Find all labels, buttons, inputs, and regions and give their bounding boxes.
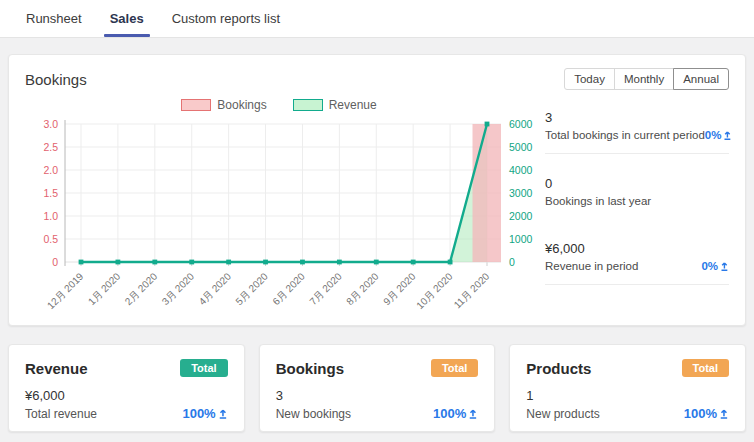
trend-up-icon [467, 408, 478, 419]
svg-text:8月 2020: 8月 2020 [344, 270, 381, 307]
today-button[interactable]: Today [564, 68, 615, 90]
svg-text:2月 2020: 2月 2020 [123, 270, 160, 307]
bookings-title: Bookings [25, 71, 87, 88]
svg-text:12月 2019: 12月 2019 [45, 270, 86, 311]
products-card: Products Total 1 New products 100% [509, 344, 746, 432]
total-badge: Total [431, 359, 478, 377]
svg-text:0.5: 0.5 [43, 233, 58, 245]
bookings-chart: 00.51.01.52.02.53.0010002000300040005000… [23, 114, 535, 316]
stat-value: 0 [545, 176, 729, 191]
card-label: New products [526, 407, 599, 421]
svg-text:3000: 3000 [509, 187, 533, 199]
card-change: 100% [433, 406, 478, 421]
stat-label: Bookings in last year [545, 195, 651, 207]
legend-label: Bookings [217, 98, 266, 112]
card-value: 1 [526, 388, 729, 403]
stats-panel: 3 Total bookings in current period 0% 0 [535, 94, 731, 319]
card-value: 3 [276, 388, 479, 403]
stat-value: ¥6,000 [545, 241, 729, 256]
svg-text:2.0: 2.0 [43, 164, 58, 176]
legend-label: Revenue [329, 98, 377, 112]
svg-text:11月 2020: 11月 2020 [452, 270, 492, 310]
stat-change: 0% [701, 260, 729, 272]
svg-text:0: 0 [52, 256, 58, 268]
bookings-panel-header: Bookings Today Monthly Annual [9, 55, 745, 92]
stat-bookings-last-year: 0 Bookings in last year [545, 170, 729, 219]
bookings-chart-svg: 00.51.01.52.02.53.0010002000300040005000… [23, 114, 535, 312]
stat-revenue-in-period: ¥6,000 Revenue in period 0% [545, 235, 729, 285]
svg-text:3月 2020: 3月 2020 [160, 270, 197, 307]
svg-text:4月 2020: 4月 2020 [197, 270, 234, 307]
period-toggle: Today Monthly Annual [564, 68, 729, 90]
page: Runsheet Sales Custom reports list Booki… [0, 0, 754, 442]
card-value: ¥6,000 [25, 388, 228, 403]
revenue-card: Revenue Total ¥6,000 Total revenue 100% [8, 344, 245, 432]
legend-item-bookings: Bookings [181, 98, 266, 112]
trend-up-icon [719, 261, 729, 271]
annual-button[interactable]: Annual [673, 68, 729, 90]
total-badge: Total [682, 359, 729, 377]
tab-runsheet[interactable]: Runsheet [12, 0, 96, 37]
trend-up-icon [217, 408, 228, 419]
svg-text:1月 2020: 1月 2020 [86, 270, 123, 307]
svg-text:4000: 4000 [509, 164, 533, 176]
bookings-swatch [181, 99, 211, 111]
svg-text:5月 2020: 5月 2020 [233, 270, 270, 307]
card-title: Bookings [276, 360, 344, 377]
total-badge: Total [180, 359, 227, 377]
stat-label: Total bookings in current period [545, 129, 705, 141]
svg-text:0: 0 [509, 256, 515, 268]
stat-total-bookings: 3 Total bookings in current period 0% [545, 104, 729, 154]
bookings-panel-body: Bookings Revenue 00.51.01.52.02.53.00100… [9, 92, 745, 325]
svg-text:2.5: 2.5 [43, 141, 58, 153]
stat-change: 0% [705, 129, 733, 141]
svg-text:1.5: 1.5 [43, 187, 58, 199]
main-content: Bookings Today Monthly Annual Bookings [0, 38, 754, 432]
trend-up-icon [718, 408, 729, 419]
svg-text:10月 2020: 10月 2020 [414, 270, 455, 311]
svg-text:6月 2020: 6月 2020 [270, 270, 307, 307]
chart-legend: Bookings Revenue [23, 94, 535, 114]
svg-text:1.0: 1.0 [43, 210, 58, 222]
summary-cards-row: Revenue Total ¥6,000 Total revenue 100% … [8, 344, 746, 432]
card-change: 100% [182, 406, 227, 421]
card-change: 100% [684, 406, 729, 421]
svg-text:5000: 5000 [509, 141, 533, 153]
svg-text:3.0: 3.0 [43, 118, 58, 130]
card-title: Products [526, 360, 591, 377]
card-title: Revenue [25, 360, 88, 377]
card-label: New bookings [276, 407, 351, 421]
legend-item-revenue: Revenue [293, 98, 377, 112]
chart-column: Bookings Revenue 00.51.01.52.02.53.00100… [23, 94, 535, 319]
svg-text:9月 2020: 9月 2020 [381, 270, 418, 307]
top-tab-bar: Runsheet Sales Custom reports list [0, 0, 754, 38]
tab-sales[interactable]: Sales [96, 0, 158, 37]
svg-text:2000: 2000 [509, 210, 533, 222]
revenue-swatch [293, 99, 323, 111]
monthly-button[interactable]: Monthly [614, 68, 674, 90]
svg-text:6000: 6000 [509, 118, 533, 130]
trend-up-icon [722, 130, 732, 140]
svg-text:1000: 1000 [509, 233, 533, 245]
stat-label: Revenue in period [545, 260, 638, 272]
card-label: Total revenue [25, 407, 97, 421]
tab-custom-reports-list[interactable]: Custom reports list [158, 0, 294, 37]
bookings-card: Bookings Total 3 New bookings 100% [259, 344, 496, 432]
stat-value: 3 [545, 110, 729, 125]
svg-text:7月 2020: 7月 2020 [307, 270, 344, 307]
bookings-panel: Bookings Today Monthly Annual Bookings [8, 54, 746, 326]
